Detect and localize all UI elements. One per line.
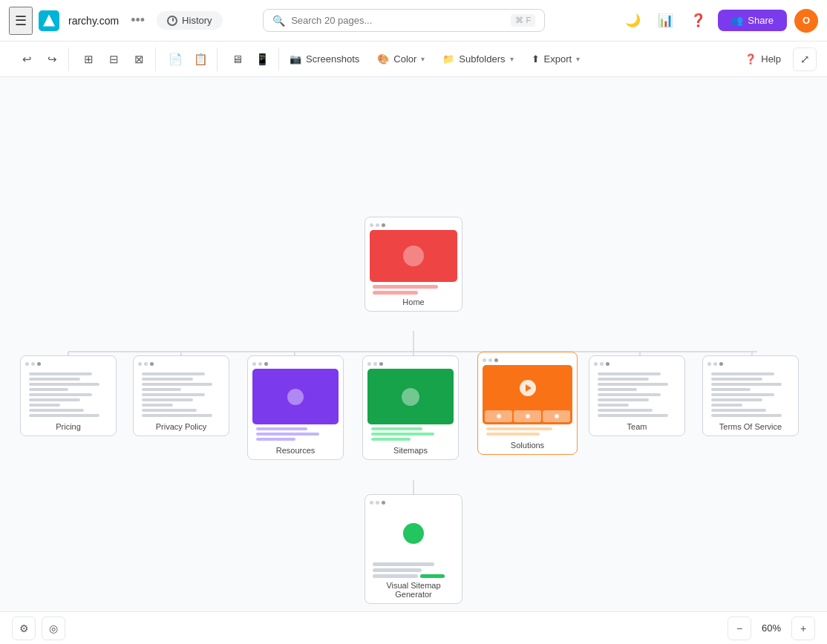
node-home-label: Home (402, 298, 424, 306)
subfolders-button[interactable]: 📁 Subfolders ▾ (435, 47, 520, 71)
share-icon: 👥 (731, 15, 743, 26)
search-icon: 🔍 (272, 15, 285, 27)
node-vsg-label: Visual Sitemap Generator (386, 581, 440, 599)
export-icon: ⬆ (532, 53, 540, 65)
node-terms-of-service-label: Terms Of Service (719, 422, 782, 431)
site-name: rarchy.com (68, 15, 119, 27)
vsg-node-image (370, 507, 457, 559)
toolbar: ↩ ↪ ⊞ ⊟ ⊠ 📄 📋 🖥 📱 📷 Screenshots 🎨 Color … (0, 42, 827, 77)
color-icon: 🎨 (377, 53, 389, 65)
node-solutions-label: Solutions (511, 441, 544, 450)
undo-button[interactable]: ↩ (15, 47, 39, 71)
view-group: ⊞ ⊟ ⊠ (72, 47, 156, 71)
canvas: Home Pricing (0, 77, 827, 611)
search-bar: 🔍 ⌘ F (263, 9, 545, 32)
chevron-down-icon: ▾ (421, 55, 425, 63)
help-icon: ❓ (745, 53, 756, 65)
search-input[interactable] (291, 15, 439, 26)
target-button[interactable]: ◎ (42, 617, 65, 640)
mobile-icon[interactable]: 📱 (250, 47, 274, 71)
history-icon (167, 16, 177, 26)
page-tools-group: 📄 📋 (159, 47, 218, 71)
presentation-icon[interactable]: 📊 (653, 8, 678, 33)
node-resources[interactable]: Resources (247, 355, 344, 460)
redo-button[interactable]: ↪ (40, 47, 64, 71)
node-home[interactable]: Home (365, 217, 462, 312)
node-sitemaps[interactable]: Sitemaps (362, 355, 459, 460)
resources-node-image (252, 369, 339, 424)
zoom-level: 60% (757, 622, 785, 634)
node-sitemaps-label: Sitemaps (393, 446, 428, 455)
home-node-image (370, 230, 457, 282)
node-team-label: Team (627, 422, 647, 431)
node-team[interactable]: Team (589, 355, 685, 436)
page-icon[interactable]: 📄 (163, 47, 187, 71)
sitemaps-node-image (367, 369, 454, 424)
settings-button[interactable]: ⚙ (12, 617, 36, 640)
bottombar: ⚙ ◎ − 60% + (0, 611, 827, 644)
expand-button[interactable]: ⤢ (793, 47, 817, 71)
export-button[interactable]: ⬆ Export ▾ (524, 47, 588, 71)
node-resources-label: Resources (276, 446, 316, 455)
camera-icon: 📷 (290, 53, 301, 65)
device-group: 🖥 📱 (220, 47, 279, 71)
topbar: ☰ rarchy.com ••• History 🔍 ⌘ F 🌙 📊 ❓ 👥 S… (0, 0, 827, 42)
node-pricing[interactable]: Pricing (20, 355, 117, 436)
desktop-icon[interactable]: 🖥 (225, 47, 249, 71)
help-button[interactable]: ❓ Help (736, 47, 790, 71)
node-pricing-label: Pricing (56, 422, 81, 431)
node-privacy-policy-label: Privacy Policy (156, 422, 206, 431)
color-button[interactable]: 🎨 Color ▾ (370, 47, 432, 71)
menu-icon[interactable]: ☰ (9, 7, 33, 35)
undo-redo-group: ↩ ↪ (10, 47, 69, 71)
zoom-out-button[interactable]: − (728, 617, 751, 640)
history-button[interactable]: History (157, 11, 222, 30)
search-shortcut: ⌘ F (511, 14, 535, 27)
topbar-right: 🌙 📊 ❓ 👥 Share O (620, 8, 818, 33)
screenshots-button[interactable]: 📷 Screenshots (282, 47, 367, 71)
more-options-icon[interactable]: ••• (125, 10, 151, 31)
node-visual-sitemap-generator[interactable]: Visual Sitemap Generator (365, 494, 462, 604)
share-button[interactable]: 👥 Share (718, 10, 787, 31)
moon-icon[interactable]: 🌙 (620, 8, 645, 33)
help-circle-icon[interactable]: ❓ (685, 8, 710, 33)
avatar[interactable]: O (794, 9, 818, 33)
list-view-button[interactable]: ⊟ (102, 47, 125, 71)
chevron-down-icon: ▾ (510, 55, 514, 63)
zoom-in-button[interactable]: + (791, 617, 815, 640)
card-view-button[interactable]: ⊠ (127, 47, 151, 71)
node-privacy-policy[interactable]: Privacy Policy (133, 355, 229, 436)
chevron-down-icon: ▾ (576, 55, 580, 63)
node-terms-of-service[interactable]: Terms Of Service (702, 355, 799, 436)
solutions-node-image (483, 365, 572, 424)
subfolders-icon: 📁 (442, 53, 454, 65)
logo-icon (39, 10, 59, 31)
node-solutions[interactable]: Solutions (477, 352, 578, 455)
notes-icon[interactable]: 📋 (189, 47, 212, 71)
grid-view-button[interactable]: ⊞ (76, 47, 100, 71)
